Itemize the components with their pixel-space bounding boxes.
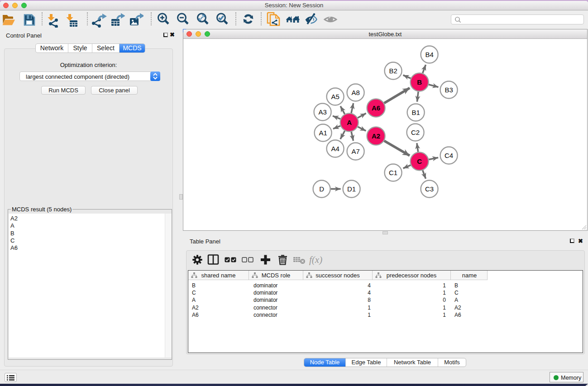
svg-text:A4: A4 <box>331 145 339 152</box>
svg-text:C: C <box>417 157 422 165</box>
svg-text:C4: C4 <box>445 152 453 159</box>
svg-text:A: A <box>347 119 352 126</box>
svg-text:C1: C1 <box>389 169 397 176</box>
svg-text:B: B <box>417 78 422 86</box>
svg-text:A7: A7 <box>351 148 359 155</box>
svg-text:B3: B3 <box>445 86 453 94</box>
svg-text:D: D <box>319 185 324 193</box>
svg-text:A2: A2 <box>372 132 380 140</box>
svg-text:A6: A6 <box>372 104 380 112</box>
svg-text:f(x): f(x) <box>309 254 322 265</box>
svg-text:B2: B2 <box>389 67 397 75</box>
svg-text:B4: B4 <box>425 51 433 58</box>
svg-text:A3: A3 <box>318 108 326 116</box>
svg-text:C2: C2 <box>411 129 420 136</box>
svg-text:C3: C3 <box>425 185 434 193</box>
svg-text:A5: A5 <box>331 93 339 100</box>
svg-text:B1: B1 <box>411 109 420 116</box>
svg-text:D1: D1 <box>347 185 356 193</box>
svg-text:A1: A1 <box>319 129 327 137</box>
svg-text:A8: A8 <box>351 89 359 96</box>
